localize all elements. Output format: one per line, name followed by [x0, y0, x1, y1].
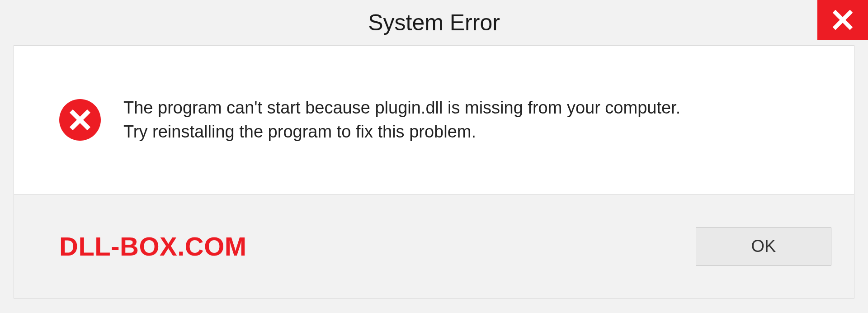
- ok-button[interactable]: OK: [696, 228, 831, 266]
- error-icon: [59, 99, 101, 141]
- window-title: System Error: [368, 9, 500, 36]
- close-button[interactable]: [817, 0, 868, 40]
- footer: DLL-BOX.COM OK: [14, 194, 854, 299]
- titlebar: System Error: [0, 0, 868, 45]
- message-line-1: The program can't start because plugin.d…: [123, 96, 680, 120]
- watermark-text: DLL-BOX.COM: [59, 231, 247, 261]
- close-icon: [833, 10, 853, 30]
- message-line-2: Try reinstalling the program to fix this…: [123, 120, 680, 144]
- error-message: The program can't start because plugin.d…: [123, 96, 680, 144]
- message-area: The program can't start because plugin.d…: [14, 45, 854, 194]
